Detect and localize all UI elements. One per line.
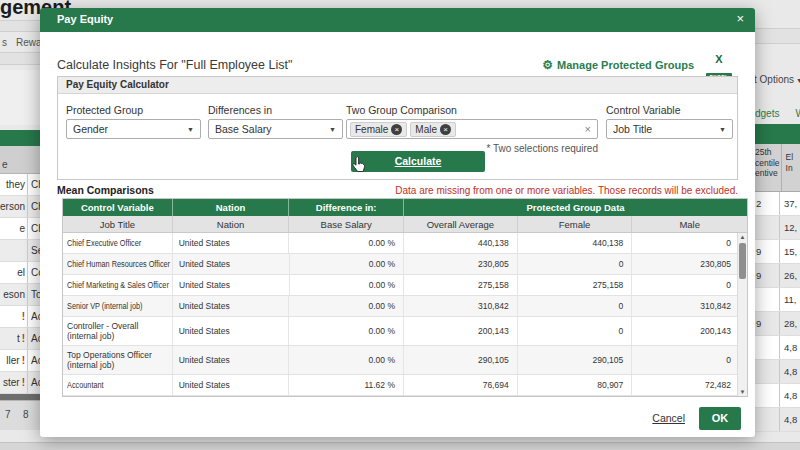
cell-fragment: 4,8 bbox=[780, 342, 800, 353]
mean-comparisons-heading: Mean Comparisons bbox=[57, 184, 154, 196]
cancel-button[interactable]: Cancel bbox=[652, 412, 685, 424]
table-cell: Top Operations Officer (internal job) bbox=[63, 346, 173, 374]
scrollbar-thumb[interactable] bbox=[739, 243, 746, 279]
row-name-fragment: t! bbox=[0, 333, 27, 344]
clear-icon[interactable]: × bbox=[585, 123, 597, 135]
options-menu-fragment[interactable]: t Options▼ bbox=[754, 74, 800, 85]
two-group-comparison-input[interactable]: Female×Male× × bbox=[346, 119, 598, 139]
table-cell: 275,158 bbox=[404, 275, 518, 295]
row-role-fragment: Acc bbox=[27, 328, 40, 349]
ok-button[interactable]: OK bbox=[699, 407, 741, 430]
table-cell: Chief Marketing & Sales Officer bbox=[63, 275, 173, 295]
control-variable-select[interactable]: Job Title ▼ bbox=[606, 119, 733, 139]
backdrop-right-fragment bbox=[754, 28, 800, 44]
table-cell: 0.00 % bbox=[289, 317, 404, 345]
table-cell: 200,143 bbox=[404, 317, 518, 345]
cell-fragment bbox=[754, 408, 780, 431]
table-cell: 0.00 % bbox=[290, 275, 405, 295]
cell-fragment bbox=[754, 360, 780, 383]
missing-data-warning: Data are missing from one or more variab… bbox=[395, 185, 738, 196]
list-item[interactable]: Sen bbox=[0, 240, 40, 262]
remove-tag-icon[interactable]: × bbox=[440, 124, 451, 135]
table-cell: United States bbox=[173, 296, 290, 316]
list-item: 915, bbox=[754, 240, 800, 264]
cell-fragment bbox=[754, 384, 780, 407]
table-cell: United States bbox=[173, 275, 290, 295]
alert-icon: ! bbox=[22, 377, 25, 388]
table-scrollbar[interactable]: ▲ ▼ bbox=[737, 233, 747, 396]
group-header-protected-group-data: Protected Group Data bbox=[404, 199, 747, 216]
manage-protected-groups-link[interactable]: ⚙ Manage Protected Groups bbox=[542, 59, 694, 71]
subheader-overall-average: Overall Average bbox=[404, 216, 518, 232]
list-item[interactable]: ersonChi bbox=[0, 196, 40, 218]
two-group-comparison-field: Two Group Comparison Female×Male× × * Tw… bbox=[346, 104, 598, 154]
row-name-fragment: erson bbox=[0, 201, 27, 212]
list-item[interactable]: theyChie bbox=[0, 174, 40, 196]
cell-fragment: 37, bbox=[780, 198, 800, 209]
group-tag[interactable]: Male× bbox=[410, 122, 456, 137]
table-cell: 72,482 bbox=[632, 375, 747, 395]
list-item[interactable]: t!Acc bbox=[0, 328, 40, 350]
table-cell: Accountant bbox=[63, 375, 173, 395]
row-name-fragment: ster! bbox=[0, 377, 27, 388]
cell-fragment: 9 bbox=[754, 264, 780, 287]
differences-in-value: Base Salary bbox=[209, 123, 329, 135]
table-cell: 0 bbox=[632, 233, 747, 253]
differences-in-select[interactable]: Base Salary ▼ bbox=[208, 119, 343, 139]
cell-fragment bbox=[754, 288, 780, 311]
calculate-button[interactable]: Calculate bbox=[351, 151, 485, 172]
budgets-link-fragment[interactable]: dgets bbox=[755, 108, 779, 119]
row-role-fragment: Con bbox=[27, 262, 40, 283]
list-item: 4,8 bbox=[754, 408, 800, 432]
list-item: 237, bbox=[754, 192, 800, 216]
group-header-nation: Nation bbox=[173, 199, 290, 216]
list-item[interactable]: elCon bbox=[0, 262, 40, 284]
table-cell: 440,138 bbox=[518, 233, 633, 253]
pay-equity-calculator-panel: Pay Equity Calculator Protected Group Ge… bbox=[57, 76, 738, 180]
column-header-fragment: El In bbox=[782, 144, 800, 191]
backdrop-left-fragment bbox=[0, 20, 40, 32]
list-item[interactable]: eChi bbox=[0, 218, 40, 240]
scroll-down-icon[interactable]: ▼ bbox=[738, 389, 747, 395]
list-item: 4,8 bbox=[754, 336, 800, 360]
worksheets-link-fragment[interactable]: W bbox=[795, 108, 800, 119]
table-cell: 80,907 bbox=[518, 375, 633, 395]
row-role-fragment: Acc bbox=[27, 350, 40, 371]
table-group-header-row: Control Variable Nation Difference in: P… bbox=[63, 199, 747, 216]
table-cell: 0 bbox=[518, 254, 633, 274]
list-item[interactable]: ster!Acc bbox=[0, 372, 40, 394]
options-label: t Options bbox=[754, 74, 794, 85]
list-item[interactable]: ller!Acc bbox=[0, 350, 40, 372]
list-item[interactable]: !Acc bbox=[0, 306, 40, 328]
list-item: 4,8 bbox=[754, 360, 800, 384]
protected-group-select[interactable]: Gender ▼ bbox=[66, 119, 201, 139]
differences-in-field: Differences in Base Salary ▼ bbox=[208, 104, 343, 139]
list-item[interactable]: esonTop bbox=[0, 284, 40, 306]
table-cell: United States bbox=[173, 254, 290, 274]
group-tag[interactable]: Female× bbox=[350, 122, 407, 137]
group-tag-label: Female bbox=[355, 124, 388, 135]
close-icon[interactable]: × bbox=[736, 11, 744, 27]
panel-title: Pay Equity Calculator bbox=[58, 77, 737, 94]
remove-tag-icon[interactable]: × bbox=[391, 124, 402, 135]
table-cell: Senior VP (internal job) bbox=[63, 296, 173, 316]
subheader-base-salary: Base Salary bbox=[289, 216, 404, 232]
page-number[interactable]: 8 bbox=[23, 409, 29, 420]
two-group-comparison-label: Two Group Comparison bbox=[346, 104, 598, 116]
table-cell: 0 bbox=[518, 317, 633, 345]
table-cell: United States bbox=[173, 317, 290, 345]
backdrop-right: t Options▼ dgetsW 25th centile entive El… bbox=[754, 0, 800, 450]
tab-fragment[interactable]: s bbox=[2, 37, 7, 48]
table-cell: 290,105 bbox=[404, 346, 518, 374]
table-cell: 230,805 bbox=[404, 254, 518, 274]
cell-fragment: 9 bbox=[754, 240, 780, 263]
table-cell: 0.00 % bbox=[289, 346, 404, 374]
table-row: Controller - Overall (internal job)Unite… bbox=[63, 317, 747, 346]
page-number[interactable]: 7 bbox=[5, 409, 11, 420]
mean-comparisons-body: Chief Executive OfficerUnited States0.00… bbox=[63, 233, 747, 396]
control-variable-label: Control Variable bbox=[606, 104, 733, 116]
cell-fragment: 9 bbox=[754, 312, 780, 335]
list-item: 11, bbox=[754, 288, 800, 312]
table-row: Chief Executive OfficerUnited States0.00… bbox=[63, 233, 747, 254]
scroll-up-icon[interactable]: ▲ bbox=[738, 234, 747, 240]
